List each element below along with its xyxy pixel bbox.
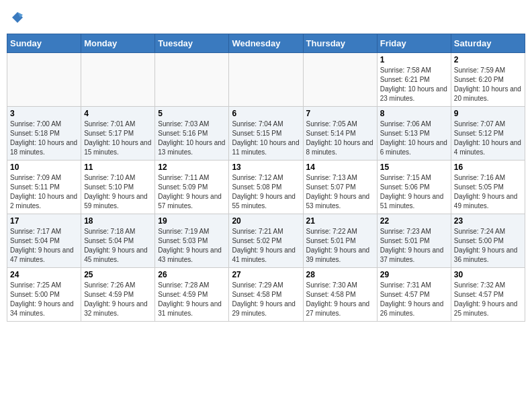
calendar-week-row: 24Sunrise: 7:25 AMSunset: 5:00 PMDayligh… [7,268,525,322]
day-number: 15 [380,163,448,172]
day-number: 25 [84,270,152,279]
calendar-cell: 6Sunrise: 7:04 AMSunset: 5:15 PMDaylight… [229,107,303,161]
day-number: 10 [10,163,78,172]
day-number: 4 [84,109,152,118]
calendar-header-row: SundayMondayTuesdayWednesdayThursdayFrid… [7,34,525,53]
calendar-week-row: 3Sunrise: 7:00 AMSunset: 5:18 PMDaylight… [7,107,525,161]
day-info: Sunrise: 7:25 AMSunset: 5:00 PMDaylight:… [10,281,78,318]
calendar-cell: 9Sunrise: 7:07 AMSunset: 5:12 PMDaylight… [451,107,525,161]
day-number: 28 [306,270,374,279]
calendar-cell: 26Sunrise: 7:28 AMSunset: 4:59 PMDayligh… [155,268,229,322]
calendar-cell: 2Sunrise: 7:59 AMSunset: 6:20 PMDaylight… [451,53,525,107]
day-number: 6 [232,109,300,118]
day-number: 12 [158,163,226,172]
day-number: 1 [380,55,448,64]
calendar-cell [155,53,229,107]
day-number: 30 [454,270,522,279]
day-info: Sunrise: 7:06 AMSunset: 5:13 PMDaylight:… [380,120,448,157]
day-number: 22 [380,216,448,226]
calendar-cell: 18Sunrise: 7:18 AMSunset: 5:04 PMDayligh… [81,214,155,268]
day-of-week-sunday: Sunday [7,34,81,53]
day-info: Sunrise: 7:59 AMSunset: 6:20 PMDaylight:… [454,66,522,103]
calendar-cell: 16Sunrise: 7:16 AMSunset: 5:05 PMDayligh… [451,161,525,214]
day-info: Sunrise: 7:13 AMSunset: 5:07 PMDaylight:… [306,173,374,211]
day-number: 5 [158,109,226,118]
day-number: 14 [306,163,374,172]
calendar-cell: 17Sunrise: 7:17 AMSunset: 5:04 PMDayligh… [7,214,81,268]
logo-icon [11,11,24,24]
day-number: 3 [10,109,78,118]
calendar-cell [303,53,377,107]
calendar-cell: 4Sunrise: 7:01 AMSunset: 5:17 PMDaylight… [81,107,155,161]
day-info: Sunrise: 7:07 AMSunset: 5:12 PMDaylight:… [454,120,522,157]
day-info: Sunrise: 7:26 AMSunset: 4:59 PMDaylight:… [84,281,152,318]
day-of-week-thursday: Thursday [303,34,377,53]
calendar-cell: 20Sunrise: 7:21 AMSunset: 5:02 PMDayligh… [229,214,303,268]
day-info: Sunrise: 7:12 AMSunset: 5:08 PMDaylight:… [232,173,300,211]
day-info: Sunrise: 7:21 AMSunset: 5:02 PMDaylight:… [232,227,300,265]
day-of-week-saturday: Saturday [451,34,525,53]
day-number: 24 [10,270,78,279]
day-info: Sunrise: 7:23 AMSunset: 5:01 PMDaylight:… [380,227,448,265]
day-info: Sunrise: 7:19 AMSunset: 5:03 PMDaylight:… [158,227,226,265]
page-header [7,7,525,28]
calendar-cell [7,53,81,107]
calendar-week-row: 1Sunrise: 7:58 AMSunset: 6:21 PMDaylight… [7,53,525,107]
day-info: Sunrise: 7:05 AMSunset: 5:14 PMDaylight:… [306,120,374,157]
day-number: 8 [380,109,448,118]
day-info: Sunrise: 7:30 AMSunset: 4:58 PMDaylight:… [306,281,374,318]
calendar-cell: 10Sunrise: 7:09 AMSunset: 5:11 PMDayligh… [7,161,81,214]
logo [9,11,24,24]
calendar-week-row: 10Sunrise: 7:09 AMSunset: 5:11 PMDayligh… [7,161,525,214]
calendar-cell: 22Sunrise: 7:23 AMSunset: 5:01 PMDayligh… [377,214,451,268]
calendar-cell: 3Sunrise: 7:00 AMSunset: 5:18 PMDaylight… [7,107,81,161]
day-number: 20 [232,216,300,226]
calendar-cell: 25Sunrise: 7:26 AMSunset: 4:59 PMDayligh… [81,268,155,322]
day-info: Sunrise: 7:00 AMSunset: 5:18 PMDaylight:… [10,120,78,157]
day-info: Sunrise: 7:01 AMSunset: 5:17 PMDaylight:… [84,120,152,157]
day-info: Sunrise: 7:17 AMSunset: 5:04 PMDaylight:… [10,227,78,265]
day-info: Sunrise: 7:24 AMSunset: 5:00 PMDaylight:… [454,227,522,265]
day-info: Sunrise: 7:09 AMSunset: 5:11 PMDaylight:… [10,173,78,211]
calendar-cell: 15Sunrise: 7:15 AMSunset: 5:06 PMDayligh… [377,161,451,214]
day-info: Sunrise: 7:10 AMSunset: 5:10 PMDaylight:… [84,173,152,211]
calendar-cell: 13Sunrise: 7:12 AMSunset: 5:08 PMDayligh… [229,161,303,214]
day-number: 16 [454,163,522,172]
day-info: Sunrise: 7:15 AMSunset: 5:06 PMDaylight:… [380,173,448,211]
day-number: 19 [158,216,226,226]
day-number: 17 [10,216,78,226]
calendar-cell: 28Sunrise: 7:30 AMSunset: 4:58 PMDayligh… [303,268,377,322]
calendar-cell: 5Sunrise: 7:03 AMSunset: 5:16 PMDaylight… [155,107,229,161]
calendar-table: SundayMondayTuesdayWednesdayThursdayFrid… [7,34,525,322]
calendar-cell: 7Sunrise: 7:05 AMSunset: 5:14 PMDaylight… [303,107,377,161]
calendar-cell [229,53,303,107]
calendar-cell: 14Sunrise: 7:13 AMSunset: 5:07 PMDayligh… [303,161,377,214]
day-number: 29 [380,270,448,279]
day-info: Sunrise: 7:22 AMSunset: 5:01 PMDaylight:… [306,227,374,265]
day-of-week-wednesday: Wednesday [229,34,303,53]
calendar-week-row: 17Sunrise: 7:17 AMSunset: 5:04 PMDayligh… [7,214,525,268]
calendar-cell: 12Sunrise: 7:11 AMSunset: 5:09 PMDayligh… [155,161,229,214]
day-of-week-tuesday: Tuesday [155,34,229,53]
day-info: Sunrise: 7:16 AMSunset: 5:05 PMDaylight:… [454,173,522,211]
day-of-week-monday: Monday [81,34,155,53]
day-number: 23 [454,216,522,226]
calendar-cell: 24Sunrise: 7:25 AMSunset: 5:00 PMDayligh… [7,268,81,322]
day-of-week-friday: Friday [377,34,451,53]
calendar-cell: 21Sunrise: 7:22 AMSunset: 5:01 PMDayligh… [303,214,377,268]
calendar-cell: 23Sunrise: 7:24 AMSunset: 5:00 PMDayligh… [451,214,525,268]
day-info: Sunrise: 7:04 AMSunset: 5:15 PMDaylight:… [232,120,300,157]
day-number: 9 [454,109,522,118]
calendar-cell: 1Sunrise: 7:58 AMSunset: 6:21 PMDaylight… [377,53,451,107]
calendar-cell: 8Sunrise: 7:06 AMSunset: 5:13 PMDaylight… [377,107,451,161]
day-number: 2 [454,55,522,64]
day-number: 18 [84,216,152,226]
day-info: Sunrise: 7:29 AMSunset: 4:58 PMDaylight:… [232,281,300,318]
calendar-cell: 27Sunrise: 7:29 AMSunset: 4:58 PMDayligh… [229,268,303,322]
calendar-cell: 29Sunrise: 7:31 AMSunset: 4:57 PMDayligh… [377,268,451,322]
day-info: Sunrise: 7:18 AMSunset: 5:04 PMDaylight:… [84,227,152,265]
calendar-cell [81,53,155,107]
svg-marker-0 [12,12,23,23]
calendar-cell: 30Sunrise: 7:32 AMSunset: 4:57 PMDayligh… [451,268,525,322]
day-info: Sunrise: 7:28 AMSunset: 4:59 PMDaylight:… [158,281,226,318]
